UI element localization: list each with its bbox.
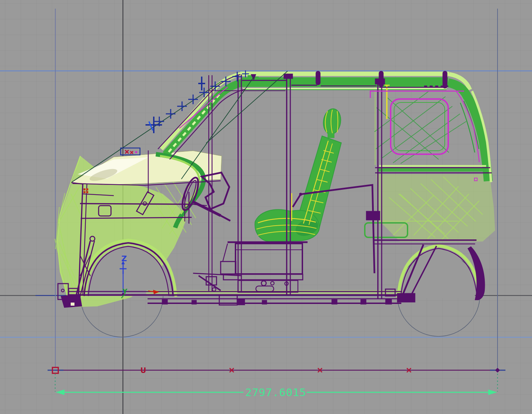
z-axis-label: Z [121, 254, 127, 263]
cad-canvas[interactable]: Z Y U 2797.6015 [0, 0, 532, 414]
dimension-value: 2797.6015 [245, 386, 307, 398]
u-parameter-marker: U [140, 366, 146, 375]
